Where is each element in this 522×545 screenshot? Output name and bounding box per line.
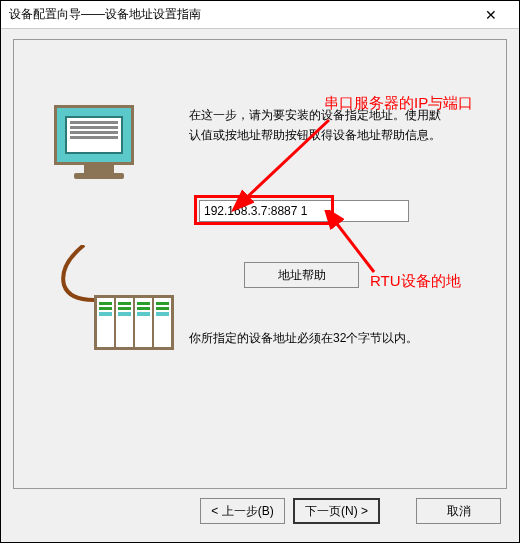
wizard-window: 设备配置向导——设备地址设置指南 ✕ bbox=[0, 0, 520, 543]
server-icon bbox=[94, 295, 174, 350]
close-icon: ✕ bbox=[485, 7, 497, 23]
callout-rtu: RTU设备的地 bbox=[370, 272, 461, 291]
window-title: 设备配置向导——设备地址设置指南 bbox=[9, 6, 471, 23]
address-help-button[interactable]: 地址帮助 bbox=[244, 262, 359, 288]
back-button[interactable]: < 上一步(B) bbox=[200, 498, 285, 524]
instruction-line: 认值或按地址帮助按钮取得设备地址帮助信息。 bbox=[189, 125, 481, 145]
wizard-graphic bbox=[44, 105, 164, 180]
callout-ip-port: 串口服务器的IP与端口 bbox=[324, 94, 473, 113]
device-address-input[interactable] bbox=[199, 200, 409, 222]
wizard-buttons: < 上一步(B) 下一页(N) > 取消 bbox=[200, 498, 501, 524]
content-frame: 在这一步，请为要安装的设备指定地址。使用默 认值或按地址帮助按钮取得设备地址帮助… bbox=[13, 39, 507, 489]
monitor-icon bbox=[54, 105, 144, 180]
close-button[interactable]: ✕ bbox=[471, 2, 511, 28]
next-button[interactable]: 下一页(N) > bbox=[293, 498, 380, 524]
titlebar: 设备配置向导——设备地址设置指南 ✕ bbox=[1, 1, 519, 29]
cancel-button[interactable]: 取消 bbox=[416, 498, 501, 524]
hint-text: 你所指定的设备地址必须在32个字节以内。 bbox=[189, 330, 418, 347]
address-input-row bbox=[199, 200, 409, 222]
